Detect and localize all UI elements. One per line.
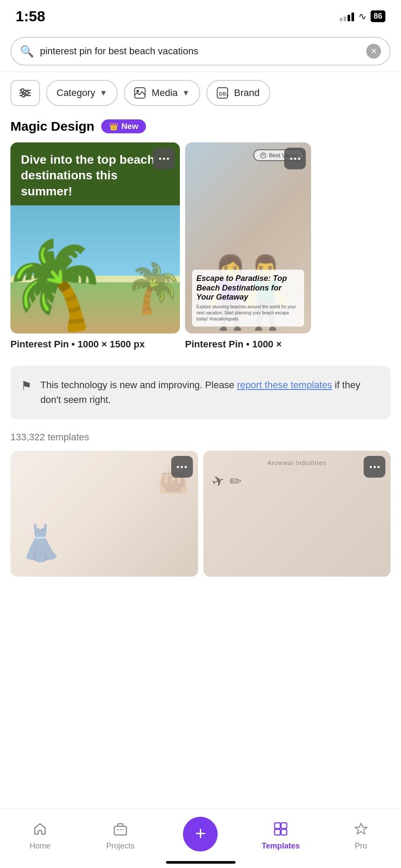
wifi-icon: ∿	[358, 11, 366, 22]
magic-card-1-wrapper: Dive into the top beach destinations thi…	[10, 142, 180, 350]
card2-menu-button[interactable]	[284, 148, 306, 169]
template-count: 133,322 templates	[0, 419, 401, 451]
search-clear-button[interactable]: ✕	[366, 44, 381, 59]
magic-card-2[interactable]: 👫 Best Vacay Escape to Paradise: Top Bea…	[185, 142, 311, 333]
template-card-1-image: 👗 👜	[10, 451, 198, 577]
search-input[interactable]: pinterest pin for best beach vacations	[40, 46, 360, 57]
magic-card-1[interactable]: Dive into the top beach destinations thi…	[10, 142, 180, 333]
svg-rect-15	[275, 829, 280, 835]
card1-heading: Dive into the top beach destinations thi…	[21, 152, 169, 199]
category-chevron-icon: ▼	[99, 89, 107, 98]
media-chevron-icon: ▼	[182, 89, 190, 98]
nav-projects[interactable]: Projects	[99, 822, 142, 851]
media-filter-button[interactable]: Media ▼	[124, 80, 200, 106]
info-text: This technology is new and improving. Pl…	[40, 378, 380, 407]
status-bar: 1:58 ∿ 86	[0, 0, 401, 29]
pro-label: Pro	[355, 842, 367, 851]
magic-design-title: Magic Design	[10, 119, 94, 134]
new-badge: 👑 New	[101, 119, 146, 133]
magic-design-header: Magic Design 👑 New	[0, 115, 401, 142]
template-brand-label: Arowwai Industries	[203, 459, 391, 466]
magic-card-2-wrapper: 👫 Best Vacay Escape to Paradise: Top Bea…	[185, 142, 311, 350]
svg-point-5	[22, 94, 25, 97]
brand-label: Brand	[234, 87, 260, 99]
report-templates-link[interactable]: report these templates	[237, 380, 332, 390]
svg-text:co.: co.	[219, 90, 228, 97]
template-card-2-menu-button[interactable]	[364, 456, 385, 478]
card2-main-text: Escape to Paradise: Top Beach Destinatio…	[196, 274, 300, 302]
svg-point-3	[21, 89, 24, 92]
magic-design-cards: Dive into the top beach destinations thi…	[0, 142, 401, 350]
nav-home[interactable]: Home	[18, 822, 62, 851]
bottom-nav: Home Projects + Templates Pro	[0, 809, 401, 868]
svg-rect-14	[281, 823, 287, 828]
status-icons: ∿ 86	[340, 10, 385, 22]
svg-rect-16	[281, 829, 287, 835]
category-filter-button[interactable]: Category ▼	[46, 80, 118, 106]
new-badge-label: New	[121, 122, 138, 131]
divider	[0, 72, 401, 72]
home-label: Home	[30, 842, 50, 851]
template-icons-row: ✈ ✏	[212, 472, 242, 490]
info-text-before: This technology is new and improving. Pl…	[40, 380, 237, 390]
card2-label: Pinterest Pin • 1000 ×	[185, 333, 311, 350]
template-card-1-dots-icon	[177, 466, 187, 468]
crown-icon: 👑	[109, 122, 118, 131]
brand-icon: co.	[217, 87, 228, 99]
nav-templates[interactable]: Templates	[259, 822, 302, 851]
nav-add[interactable]: +	[179, 817, 222, 856]
templates-label: Templates	[262, 842, 300, 851]
add-icon: +	[195, 825, 206, 843]
home-icon	[33, 822, 47, 839]
search-container: 🔍 pinterest pin for best beach vacations…	[0, 29, 401, 72]
media-label: Media	[152, 87, 178, 99]
templates-icon	[274, 822, 288, 839]
media-icon	[134, 87, 146, 99]
palm-tree-icon: 🌴	[10, 234, 117, 333]
battery-icon: 86	[371, 10, 385, 22]
pro-icon	[354, 822, 368, 839]
category-label: Category	[56, 87, 95, 99]
filter-icon-button[interactable]	[10, 80, 40, 106]
projects-icon	[113, 822, 127, 839]
signal-icon	[340, 12, 354, 21]
svg-rect-13	[275, 823, 280, 828]
flag-icon: ⚑	[21, 379, 32, 393]
card1-three-dots-icon	[159, 158, 169, 160]
info-box: ⚑ This technology is new and improving. …	[10, 366, 391, 419]
template-grid: 👗 👜 Arowwai Industries ✈ ✏	[0, 451, 401, 577]
card1-beach-image: 🌴 🌴	[10, 205, 180, 333]
template-card-1[interactable]: 👗 👜	[10, 451, 198, 577]
home-indicator	[166, 861, 235, 864]
projects-label: Projects	[106, 842, 134, 851]
add-button[interactable]: +	[183, 817, 218, 851]
svg-rect-11	[114, 826, 126, 835]
card2-overlay: Best Vacay Escape to Paradise: Top Beach…	[185, 142, 311, 333]
filter-bar: Category ▼ Media ▼ co. Brand	[0, 80, 401, 115]
search-bar[interactable]: 🔍 pinterest pin for best beach vacations…	[10, 37, 391, 66]
card2-sub-text: Explore stunning beaches around the worl…	[196, 304, 300, 322]
status-time: 1:58	[16, 8, 45, 25]
palm-tree-right-icon: 🌴	[125, 260, 180, 316]
template-card-2[interactable]: Arowwai Industries ✈ ✏	[203, 451, 391, 577]
template-card-2-dots-icon	[370, 466, 380, 468]
nav-pro[interactable]: Pro	[339, 822, 383, 851]
svg-point-7	[136, 90, 139, 92]
search-icon: 🔍	[20, 45, 34, 58]
card1-label: Pinterest Pin • 1000 × 1500 px	[10, 333, 180, 350]
brand-filter-button[interactable]: co. Brand	[206, 80, 270, 106]
card2-three-dots-icon	[290, 158, 300, 160]
card2-text-block: Escape to Paradise: Top Beach Destinatio…	[192, 270, 304, 327]
card1-menu-button[interactable]	[153, 148, 175, 169]
sliders-icon	[19, 88, 31, 98]
template-card-1-menu-button[interactable]	[171, 456, 193, 478]
svg-point-4	[26, 92, 29, 95]
svg-point-10	[261, 153, 266, 158]
